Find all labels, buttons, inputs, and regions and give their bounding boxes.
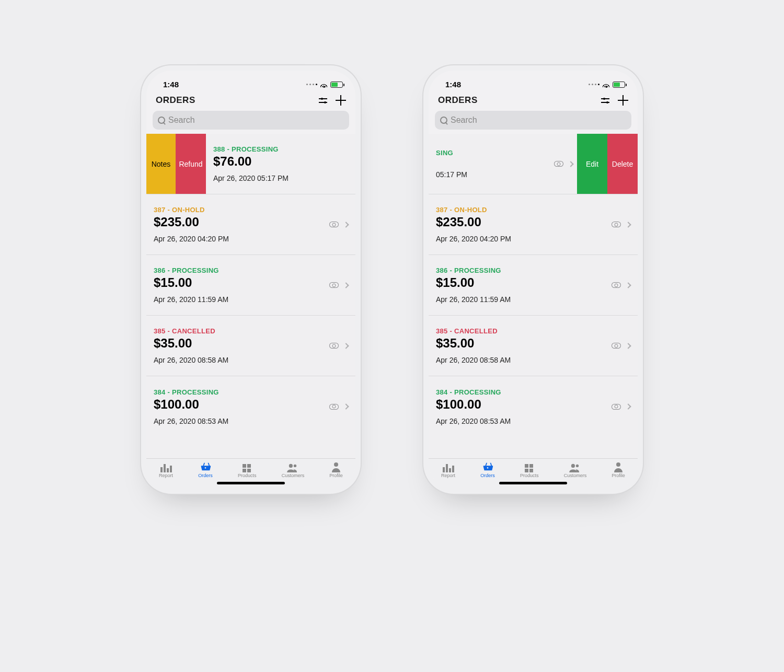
grid-icon xyxy=(525,464,534,472)
search-input[interactable]: Search xyxy=(435,111,631,130)
order-status: 388 - PROCESSING xyxy=(213,145,348,153)
order-amount: $100.00 xyxy=(154,397,348,412)
order-row[interactable]: Notes Refund 388 - PROCESSING $76.00 Apr… xyxy=(146,134,355,194)
svg-point-0 xyxy=(289,464,293,468)
order-date: Apr 26, 2020 08:53 AM xyxy=(154,417,348,425)
status-time: 1:48 xyxy=(445,80,461,89)
app-header: ORDERS xyxy=(146,91,355,109)
eye-icon[interactable] xyxy=(612,222,621,227)
chevron-right-icon[interactable] xyxy=(343,403,349,409)
tab-customers[interactable]: Customers xyxy=(564,461,587,478)
eye-icon[interactable] xyxy=(329,404,339,410)
tab-products[interactable]: Products xyxy=(238,461,257,478)
tab-label: Profile xyxy=(329,473,343,478)
chevron-right-icon[interactable] xyxy=(625,222,631,227)
chevron-right-icon[interactable] xyxy=(625,403,631,409)
chevron-right-icon[interactable] xyxy=(343,282,349,288)
tab-profile[interactable]: Profile xyxy=(329,461,343,478)
order-status: 385 - CANCELLED xyxy=(436,327,630,335)
eye-icon[interactable] xyxy=(612,343,621,349)
order-row[interactable]: 384 - PROCESSING $100.00 Apr 26, 2020 08… xyxy=(429,376,638,437)
wifi-icon xyxy=(320,82,328,87)
home-indicator xyxy=(499,482,567,484)
grid-icon xyxy=(243,464,252,472)
refund-button[interactable]: Refund xyxy=(176,134,206,194)
tab-products[interactable]: Products xyxy=(520,461,539,478)
cellular-icon xyxy=(589,84,599,85)
chevron-right-icon[interactable] xyxy=(625,343,631,349)
svg-point-4 xyxy=(576,465,579,467)
order-row[interactable]: 385 - CANCELLED $35.00 Apr 26, 2020 08:5… xyxy=(429,316,638,376)
tab-label: Report xyxy=(441,473,455,478)
status-bar: 1:48 xyxy=(146,71,355,91)
search-placeholder: Search xyxy=(451,115,477,125)
chevron-right-icon[interactable] xyxy=(343,343,349,349)
basket-icon xyxy=(200,461,211,472)
tab-label: Products xyxy=(520,473,539,478)
chevron-right-icon[interactable] xyxy=(343,222,349,227)
delete-button[interactable]: Delete xyxy=(607,134,638,194)
order-date: Apr 26, 2020 11:59 AM xyxy=(436,295,630,304)
order-status: 385 - CANCELLED xyxy=(154,327,348,335)
chevron-right-icon[interactable] xyxy=(625,282,631,288)
tab-label: Orders xyxy=(480,473,495,478)
tab-label: Customers xyxy=(282,473,305,478)
search-icon xyxy=(158,117,165,124)
orders-list[interactable]: Edit Delete SING 05:17 PM 387 - ON-HOLD … xyxy=(429,134,638,458)
person-icon xyxy=(330,461,342,472)
order-row[interactable]: 385 - CANCELLED $35.00 Apr 26, 2020 08:5… xyxy=(146,316,355,376)
svg-point-5 xyxy=(616,462,620,467)
add-icon[interactable] xyxy=(618,95,628,106)
order-status: 387 - ON-HOLD xyxy=(154,206,348,214)
tab-customers[interactable]: Customers xyxy=(282,461,305,478)
tab-report[interactable]: Report xyxy=(159,461,173,478)
order-amount: $35.00 xyxy=(436,336,630,351)
search-input[interactable]: Search xyxy=(153,111,349,130)
order-row[interactable]: 386 - PROCESSING $15.00 Apr 26, 2020 11:… xyxy=(146,255,355,316)
tab-orders[interactable]: Orders xyxy=(198,461,213,478)
order-amount: $15.00 xyxy=(436,275,630,290)
eye-icon[interactable] xyxy=(329,343,339,349)
filter-icon[interactable] xyxy=(601,98,608,103)
edit-button[interactable]: Edit xyxy=(577,134,607,194)
app-header: ORDERS xyxy=(429,91,638,109)
order-row[interactable]: Edit Delete SING 05:17 PM xyxy=(429,134,638,194)
tab-report[interactable]: Report xyxy=(441,461,455,478)
basket-icon xyxy=(482,461,493,472)
order-status: 387 - ON-HOLD xyxy=(436,206,630,214)
phone-left: 1:48 ORDERS Search Notes Refund xyxy=(146,71,355,489)
order-date: Apr 26, 2020 04:20 PM xyxy=(154,235,348,243)
eye-icon[interactable] xyxy=(612,404,621,410)
order-row[interactable]: 387 - ON-HOLD $235.00 Apr 26, 2020 04:20… xyxy=(146,194,355,255)
eye-icon[interactable] xyxy=(329,222,339,227)
order-row[interactable]: 384 - PROCESSING $100.00 Apr 26, 2020 08… xyxy=(146,376,355,437)
order-row[interactable]: 387 - ON-HOLD $235.00 Apr 26, 2020 04:20… xyxy=(429,194,638,255)
page-title: ORDERS xyxy=(156,95,195,106)
order-date: Apr 26, 2020 08:58 AM xyxy=(154,356,348,364)
order-date: Apr 26, 2020 11:59 AM xyxy=(154,295,348,304)
chevron-right-icon[interactable] xyxy=(568,161,573,167)
filter-icon[interactable] xyxy=(319,98,326,103)
order-amount: $100.00 xyxy=(436,397,630,412)
order-row[interactable]: 386 - PROCESSING $15.00 Apr 26, 2020 11:… xyxy=(429,255,638,316)
people-icon xyxy=(569,461,581,472)
order-date: Apr 26, 2020 08:53 AM xyxy=(436,417,630,425)
eye-icon[interactable] xyxy=(612,282,621,288)
add-icon[interactable] xyxy=(336,95,346,106)
battery-icon xyxy=(330,82,343,88)
svg-point-2 xyxy=(334,462,338,467)
order-amount: $235.00 xyxy=(436,215,630,229)
eye-icon[interactable] xyxy=(554,161,563,167)
notes-button[interactable]: Notes xyxy=(146,134,176,194)
tab-label: Report xyxy=(159,473,173,478)
tab-profile[interactable]: Profile xyxy=(612,461,625,478)
battery-icon xyxy=(613,82,625,88)
order-status: 386 - PROCESSING xyxy=(436,267,630,274)
chart-icon xyxy=(160,461,172,472)
orders-list[interactable]: Notes Refund 388 - PROCESSING $76.00 Apr… xyxy=(146,134,355,458)
svg-point-1 xyxy=(294,465,296,467)
tab-orders[interactable]: Orders xyxy=(480,461,495,478)
eye-icon[interactable] xyxy=(329,282,339,288)
tab-label: Customers xyxy=(564,473,587,478)
status-time: 1:48 xyxy=(163,80,179,89)
